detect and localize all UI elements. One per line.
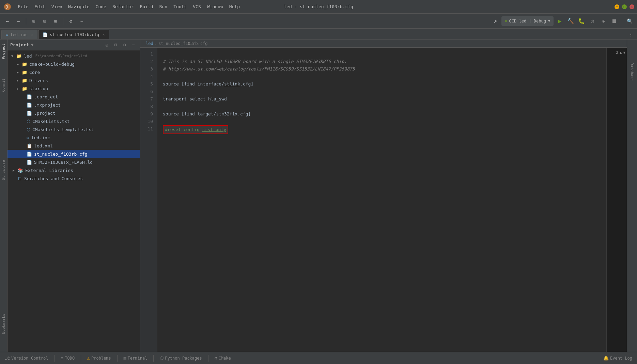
tree-root-led[interactable]: ▼ 📁 led F:\embedded\Project\led — [7, 52, 140, 60]
external-libs-icon: 📚 — [18, 168, 23, 173]
locate-file-button[interactable]: ◎ — [103, 41, 111, 49]
back-button[interactable]: ← — [3, 16, 12, 26]
profile-button[interactable]: ◈ — [599, 16, 608, 26]
tree-ledxml[interactable]: ▶ 📋 led.xml — [7, 142, 140, 150]
expand-all-button[interactable]: ⊞ — [51, 16, 60, 26]
project-panel-header: Project ▼ ◎ ⊟ ⚙ − — [7, 39, 140, 50]
bookmarks-label[interactable]: Bookmarks — [1, 314, 6, 334]
menu-edit[interactable]: Edit — [32, 3, 48, 11]
tree-drivers[interactable]: ▶ 📁 Drivers — [7, 76, 140, 84]
terminal-label: Terminal — [128, 356, 147, 361]
main-area: Project Commit Project ▼ ◎ ⊟ ⚙ − ▼ 📁 led… — [0, 39, 637, 352]
tree-cproject[interactable]: ▶ 📄 .cproject — [7, 93, 140, 101]
code-line-9 — [163, 119, 166, 124]
line-num-11: 11 — [140, 125, 153, 133]
menu-help[interactable]: Help — [227, 3, 243, 11]
status-sep-3 — [117, 355, 118, 362]
tab-overflow-button[interactable]: ⋮ — [626, 30, 636, 39]
sidebar-commit-tab[interactable]: Commit — [0, 76, 7, 95]
forward-button[interactable]: → — [14, 16, 23, 26]
collapse-all-button[interactable]: ⊟ — [40, 16, 49, 26]
run-config-arrow[interactable]: ↗ — [491, 16, 500, 26]
menu-vcs[interactable]: VCS — [190, 3, 203, 11]
line-num-6: 6 — [140, 88, 153, 95]
hide-panel-button[interactable]: − — [130, 41, 137, 49]
tree-external-libs[interactable]: ▶ 📚 External Libraries — [7, 166, 140, 174]
status-sep-2 — [81, 355, 81, 362]
tree-stnucleo[interactable]: ▶ 📄 st_nucleo_f103rb.cfg — [7, 150, 140, 158]
stnucleo-label: st_nucleo_f103rb.cfg — [34, 152, 88, 157]
tree-cmakelists[interactable]: ▶ ⬡ CMakeLists.txt — [7, 117, 140, 125]
tree-cmake-build[interactable]: ▶ 📁 cmake-build-debug — [7, 60, 140, 68]
project-view-button[interactable]: ⊞ — [29, 16, 38, 26]
tab-ledioc-close[interactable]: × — [31, 32, 33, 37]
ledioc-label: led.ioc — [31, 135, 50, 140]
status-python-packages[interactable]: ⬡ Python Packages — [158, 355, 204, 361]
ledxml-icon: 📋 — [27, 143, 32, 148]
run-configuration[interactable]: ⚙ OCD led | Debug ▼ — [501, 16, 554, 26]
status-sep-1 — [54, 355, 55, 362]
menu-view[interactable]: View — [49, 3, 65, 11]
flash-ld-label: STM32F103C8Tx_FLASH.ld — [34, 160, 93, 165]
search-button[interactable]: 🔍 — [625, 16, 634, 26]
external-libs-label: External Libraries — [25, 168, 73, 173]
run-button[interactable]: ▶ — [555, 16, 564, 26]
editor-content: 1 2 3 4 5 6 7 8 9 10 11 # This is an ST … — [140, 48, 627, 352]
status-problems[interactable]: ⚠ Problems — [85, 355, 113, 361]
tree-project[interactable]: ▶ 📄 .project — [7, 109, 140, 117]
menu-run[interactable]: Run — [157, 3, 170, 11]
line-num-7: 7 — [140, 95, 153, 103]
close-panel-button[interactable]: − — [77, 16, 87, 26]
status-event-log[interactable]: 🔔 Event Log — [601, 355, 634, 361]
database-label[interactable]: Database — [628, 60, 636, 83]
cmake-icon: ⚙ — [215, 355, 217, 361]
menu-window[interactable]: Window — [204, 3, 226, 11]
startup-arrow: ▶ — [16, 87, 20, 91]
tab-ledioc[interactable]: ⚙ led.ioc × — [1, 30, 37, 39]
code-line-11 — [163, 135, 166, 140]
sidebar-project-tab[interactable]: Project — [0, 41, 7, 62]
status-todo[interactable]: ≡ TODO — [59, 355, 77, 361]
tree-startup[interactable]: ▶ 📁 startup — [7, 84, 140, 93]
tab-stnucleo[interactable]: 📄 st_nucleo_f103rb.cfg × — [38, 30, 109, 39]
tree-cmakelists-tpl[interactable]: ▶ ⬡ CMakeLists_template.txt — [7, 125, 140, 133]
minimize-button[interactable]: − — [615, 4, 619, 9]
tree-flash-ld[interactable]: ▶ 📄 STM32F103C8Tx_FLASH.ld — [7, 158, 140, 166]
status-terminal[interactable]: ▤ Terminal — [122, 355, 150, 361]
tree-core[interactable]: ▶ 📁 Core — [7, 68, 140, 76]
settings-button[interactable]: ⚙ — [66, 16, 76, 26]
stop-button[interactable]: ⏹ — [609, 16, 619, 26]
close-button[interactable]: × — [630, 4, 634, 9]
code-line-5 — [163, 89, 166, 94]
problems-icon: ⚠ — [87, 355, 90, 361]
status-cmake[interactable]: ⚙ CMake — [213, 355, 233, 361]
maximize-button[interactable]: □ — [622, 4, 627, 9]
tab-stnucleo-close[interactable]: × — [103, 32, 105, 37]
menu-code[interactable]: Code — [93, 3, 109, 11]
panel-header-actions: ◎ ⊟ ⚙ − — [103, 41, 137, 49]
project-dropdown-icon[interactable]: ▼ — [31, 42, 34, 47]
status-version-control[interactable]: ⎇ Version Control — [3, 355, 50, 361]
menu-file[interactable]: File — [15, 3, 31, 11]
bookmark-up-arrow[interactable]: ▲ — [620, 50, 622, 55]
build-button[interactable]: 🔨 — [566, 16, 575, 26]
code-editor[interactable]: # This is an ST NUCLEO F103RB board with… — [157, 48, 606, 352]
structure-sidebar: Structure — [0, 136, 7, 204]
structure-label[interactable]: Structure — [1, 160, 6, 180]
menu-tools[interactable]: Tools — [171, 3, 189, 11]
collapse-all-tree-button[interactable]: ⊟ — [112, 41, 120, 49]
menu-build[interactable]: Build — [137, 3, 156, 11]
menu-refactor[interactable]: Refactor — [110, 3, 137, 11]
stnucleo-icon: 📄 — [27, 152, 32, 157]
tree-mxproject[interactable]: ▶ 📄 .mxproject — [7, 101, 140, 109]
bookmark-down-arrow[interactable]: ▼ — [623, 50, 625, 55]
tree-options-button[interactable]: ⚙ — [121, 41, 128, 49]
breadcrumb-project: led — [146, 41, 153, 46]
coverage-button[interactable]: ◷ — [588, 16, 597, 26]
toolbar-sep-1 — [26, 18, 26, 25]
tree-ledioc[interactable]: ▶ ⚙ led.ioc — [7, 133, 140, 142]
menu-navigate[interactable]: Navigate — [65, 3, 92, 11]
tree-scratches[interactable]: ▶ 🗒 Scratches and Consoles — [7, 174, 140, 183]
debug-button[interactable]: 🐛 — [577, 16, 586, 26]
breadcrumb-file: st_nucleo_f103rb.cfg — [158, 41, 208, 46]
